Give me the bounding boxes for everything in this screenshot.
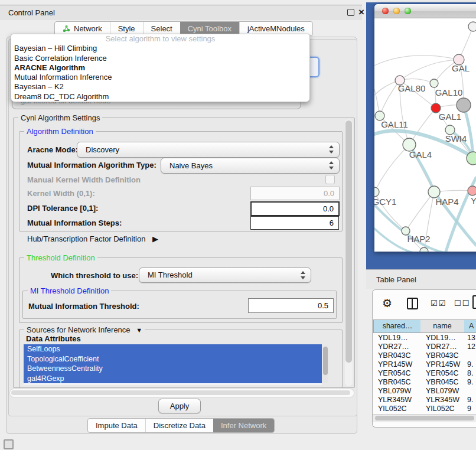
table-row[interactable]: YBR043CYBR043C <box>373 351 476 360</box>
dropdown-item[interactable]: Bayesian – Hill Climbing <box>11 44 309 53</box>
settings-vertical-scrollbar[interactable] <box>345 119 353 386</box>
table-cell[interactable]: 9. <box>467 360 476 369</box>
zoom-traffic-light-icon[interactable] <box>405 8 411 14</box>
kernel-width-field[interactable]: 0.0 <box>250 187 340 200</box>
dropdown-item[interactable]: Bayesian – K2 <box>11 82 309 92</box>
dropdown-item[interactable]: Mutual Information Inference <box>11 73 309 82</box>
data-attributes-label: Data Attributes <box>26 334 81 343</box>
table-cell[interactable]: 9. <box>467 378 476 387</box>
table-cell[interactable]: 13 <box>467 334 476 343</box>
columns-icon[interactable] <box>407 298 418 309</box>
table-cell[interactable]: 9 <box>467 405 476 412</box>
table-cell[interactable]: 9. <box>467 396 476 405</box>
table-cell[interactable]: YBR043C <box>426 351 465 360</box>
node-unlabeled-top[interactable] <box>468 22 476 31</box>
table-cell[interactable]: YPR145W <box>426 360 465 369</box>
table-cell[interactable]: YBL079W <box>378 387 420 396</box>
table-row[interactable]: YBR045CYBR045C9. <box>373 378 476 387</box>
group-title: Threshold Definition <box>24 253 97 262</box>
table-cell[interactable]: YER054C <box>426 369 465 378</box>
minimized-panel-icon[interactable] <box>4 439 14 449</box>
table-cell[interactable]: YPR145W <box>378 360 420 369</box>
which-threshold-combobox[interactable]: MI Threshold <box>139 268 311 283</box>
deselect-all-checkboxes-icon[interactable]: ☐☐ <box>454 299 470 308</box>
list-item[interactable]: TopologicalCoefficient <box>24 354 322 364</box>
float-window-icon[interactable] <box>347 9 354 16</box>
mi-algorithm-type-combobox[interactable]: Naive Bayes <box>161 158 340 174</box>
column-header-shared-name[interactable]: shared… <box>373 319 422 333</box>
gear-icon[interactable]: ⚙ <box>382 296 392 310</box>
node-swi4[interactable] <box>467 152 476 165</box>
scrollbar-thumb[interactable] <box>375 416 474 420</box>
scrollbar-thumb[interactable] <box>11 390 350 395</box>
apply-button[interactable]: Apply <box>158 399 201 413</box>
table-horizontal-scrollbar[interactable] <box>373 414 476 422</box>
mi-threshold-field[interactable]: 0.5 <box>248 298 334 313</box>
node-hap4[interactable] <box>428 186 440 198</box>
table-cell[interactable]: YDR27… <box>378 343 420 351</box>
column-header-name[interactable]: name <box>420 319 465 333</box>
close-panel-icon[interactable]: × <box>358 6 364 18</box>
tab-infer-network[interactable]: Infer Network <box>213 419 274 432</box>
node-y-partial[interactable] <box>468 186 476 195</box>
dropdown-item[interactable]: Basic Correlation Inference <box>11 54 309 63</box>
sources-expander[interactable]: Sources for Network Inference ▼ <box>24 325 145 334</box>
network-window-titlebar[interactable] <box>374 4 476 18</box>
scrollbar-thumb[interactable] <box>323 347 328 375</box>
mi-threshold-label: Mutual Information Threshold: <box>28 302 139 311</box>
table-row[interactable]: YPR145WYPR145W9. <box>373 360 476 369</box>
table-row[interactable]: YLR345WYLR345W9. <box>373 396 476 405</box>
list-item[interactable]: SelfLoops <box>24 344 322 354</box>
mi-steps-field[interactable]: 6 <box>250 216 339 230</box>
node-gcy1[interactable] <box>374 187 379 197</box>
table-cell[interactable]: YIL052C <box>426 405 465 412</box>
node-unlabeled-bottom[interactable] <box>420 247 428 252</box>
tab-discretize-data[interactable]: Discretize Data <box>145 419 213 432</box>
list-item[interactable]: gal4RGexp <box>24 374 322 384</box>
table-row[interactable]: YIL052CYIL052C9 <box>373 405 476 412</box>
table-cell[interactable]: YLR345W <box>378 396 420 405</box>
table-row[interactable]: YDL19…YDL19…13 <box>373 334 476 343</box>
node-gal10[interactable] <box>430 79 438 87</box>
table-cell[interactable]: YBR045C <box>426 378 465 387</box>
node-label: GAL11 <box>381 119 408 129</box>
table-row[interactable]: YDR27…YDR27…12 <box>373 343 476 351</box>
table-cell[interactable]: YLR345W <box>426 396 465 405</box>
table-cell[interactable]: 12 <box>467 343 476 351</box>
node-gray[interactable] <box>457 98 471 112</box>
tab-impute-data[interactable]: Impute Data <box>88 419 145 432</box>
table-cell[interactable]: YER054C <box>378 369 420 378</box>
close-traffic-light-icon[interactable] <box>382 8 389 14</box>
table-cell[interactable]: YDR27… <box>426 343 465 351</box>
table-cell[interactable]: 8. <box>467 369 476 378</box>
table-cell[interactable]: YDL19… <box>426 334 465 343</box>
table-cell[interactable]: YBR045C <box>378 378 420 387</box>
manual-kernel-width-checkbox[interactable] <box>325 175 335 184</box>
table-cell[interactable]: YIL052C <box>378 405 420 412</box>
list-item[interactable]: BetweennessCentrality <box>24 364 322 374</box>
table-cell[interactable]: YBR043C <box>378 351 420 360</box>
hub-definition-expander[interactable]: Hub/Transcription Factor Definition ▶ <box>27 234 158 243</box>
table-cell[interactable]: YDL19… <box>378 334 420 343</box>
hub-definition-label: Hub/Transcription Factor Definition <box>27 234 145 243</box>
attributes-list-scrollbar[interactable] <box>322 345 328 383</box>
kernel-width-label: Kernel Width (0,1): <box>27 189 95 198</box>
settings-horizontal-scrollbar[interactable] <box>9 389 354 397</box>
table-cell[interactable] <box>467 387 476 396</box>
new-table-icon[interactable] <box>472 295 476 309</box>
dropdown-item[interactable]: Dream8 DC_TDC Algorithm <box>11 92 309 102</box>
tab-label: Impute Data <box>96 421 138 430</box>
minimize-traffic-light-icon[interactable] <box>393 8 400 14</box>
app-root: GAL GAL80 GAL10 GAL1 GAL11 SWI4 GAL4 GCY… <box>0 0 476 450</box>
table-row[interactable]: YER054CYER054C8. <box>373 369 476 378</box>
dpi-tolerance-field[interactable]: 0.0 <box>250 201 340 216</box>
table-cell[interactable] <box>467 351 476 360</box>
table-row[interactable]: YBL079WYBL079W <box>373 387 476 396</box>
select-all-checkboxes-icon[interactable]: ☑☑ <box>431 299 446 308</box>
dropdown-item-selected[interactable]: ARACNE Algorithm <box>11 63 309 73</box>
table-cell[interactable]: YBL079W <box>426 387 465 396</box>
column-header-partial[interactable]: A <box>464 319 476 333</box>
aracne-mode-combobox[interactable]: Discovery <box>77 142 340 158</box>
network-canvas[interactable]: GAL GAL80 GAL10 GAL1 GAL11 SWI4 GAL4 GCY… <box>374 18 476 252</box>
scrollbar-thumb[interactable] <box>345 120 352 363</box>
